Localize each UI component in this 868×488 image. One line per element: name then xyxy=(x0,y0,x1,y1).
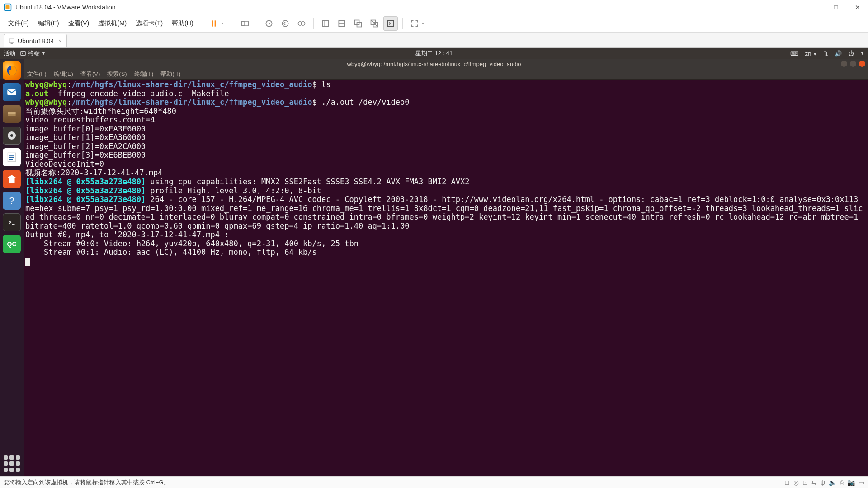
fullscreen-button[interactable] xyxy=(407,16,422,31)
close-tab-button[interactable]: × xyxy=(58,38,62,45)
power-icon[interactable]: ⏻ xyxy=(848,50,854,57)
snapshot-manager-button[interactable] xyxy=(294,16,309,31)
activities-button[interactable]: 活动 xyxy=(4,49,15,57)
cd-icon[interactable]: ◎ xyxy=(793,479,799,486)
svg-rect-25 xyxy=(8,112,15,114)
floppy-icon[interactable]: ⊡ xyxy=(802,479,808,486)
vmware-app-icon xyxy=(4,3,12,11)
chevron-down-icon: ▼ xyxy=(42,51,46,56)
dock-ubuntu-software[interactable] xyxy=(3,170,21,188)
app-menu-terminal[interactable]: 终端 ▼ xyxy=(20,49,46,57)
suspend-button[interactable] xyxy=(207,16,221,31)
terminal-close-button[interactable] xyxy=(859,61,865,67)
view-single-button[interactable] xyxy=(318,16,333,31)
vmware-tabbar: Ubuntu18.04 × xyxy=(0,33,868,48)
vmware-statusbar: 要将输入定向到该虚拟机，请将鼠标指针移入其中或按 Ctrl+G。 ⊟ ◎ ⊡ ⇆… xyxy=(0,476,868,488)
terminal-cursor xyxy=(25,258,30,266)
volume-icon[interactable]: 🔊 xyxy=(835,50,842,57)
menu-tabs[interactable]: 选项卡(T) xyxy=(132,18,166,29)
input-language[interactable]: zh ▼ xyxy=(805,50,817,57)
svg-rect-22 xyxy=(21,51,26,55)
dock-qtcreator[interactable]: QC xyxy=(3,235,21,253)
chevron-down-icon[interactable]: ▼ xyxy=(860,51,864,56)
power-dropdown[interactable]: ▾ xyxy=(221,21,226,26)
dock-files[interactable] xyxy=(3,105,21,123)
dock-thunderbird[interactable] xyxy=(3,83,21,101)
sound-icon[interactable]: 🔈 xyxy=(829,479,836,486)
view-unity-button[interactable] xyxy=(351,16,365,31)
svg-rect-3 xyxy=(214,20,216,26)
monitor-icon xyxy=(9,38,15,44)
terminal-menubar: 文件(F) 编辑(E) 查看(V) 搜索(S) 终端(T) 帮助(H) xyxy=(0,69,868,80)
dock-help[interactable]: ? xyxy=(3,192,21,210)
menu-view[interactable]: 查看(V) xyxy=(65,18,93,29)
vm-tab-ubuntu[interactable]: Ubuntu18.04 × xyxy=(4,34,67,47)
svg-point-28 xyxy=(10,134,13,137)
vm-tab-label: Ubuntu18.04 xyxy=(18,38,54,45)
svg-rect-33 xyxy=(9,178,15,183)
svg-rect-1 xyxy=(6,5,10,9)
send-ctrl-alt-del-button[interactable] xyxy=(238,16,252,31)
term-menu-search[interactable]: 搜索(S) xyxy=(104,70,129,78)
vmware-titlebar: Ubuntu18.04 - VMware Workstation — □ ✕ xyxy=(0,0,868,14)
app-menu-label: 终端 xyxy=(28,49,40,57)
printer-icon[interactable]: ⎙ xyxy=(840,479,844,486)
maximize-button[interactable]: □ xyxy=(829,4,843,11)
term-menu-help[interactable]: 帮助(H) xyxy=(158,70,183,78)
svg-rect-5 xyxy=(241,21,245,26)
window-title: Ubuntu18.04 - VMware Workstation xyxy=(15,4,807,11)
dock-libreoffice-writer[interactable] xyxy=(3,148,21,166)
menu-file[interactable]: 文件(F) xyxy=(5,18,33,29)
svg-rect-26 xyxy=(8,114,15,116)
menu-help[interactable]: 帮助(H) xyxy=(168,18,197,29)
status-device-icons: ⊟ ◎ ⊡ ⇆ ψ 🔈 ⎙ 📷 ▭ xyxy=(784,479,864,486)
svg-point-7 xyxy=(282,20,288,26)
view-split-button[interactable] xyxy=(335,16,349,31)
terminal-title-text: wbyq@wbyq: /mnt/hgfs/linux-share-dir/lin… xyxy=(347,61,521,67)
minimize-button[interactable]: — xyxy=(807,4,821,11)
term-menu-file[interactable]: 文件(F) xyxy=(24,70,49,78)
terminal-minimize-button[interactable] xyxy=(841,61,847,67)
usb-icon[interactable]: ψ xyxy=(821,479,825,486)
network-icon[interactable]: ⇅ xyxy=(823,50,828,57)
terminal-maximize-button[interactable] xyxy=(850,61,856,67)
terminal-output[interactable]: wbyq@wbyq:/mnt/hgfs/linux-share-dir/linu… xyxy=(0,80,868,476)
svg-rect-10 xyxy=(322,20,328,26)
term-menu-view[interactable]: 查看(V) xyxy=(78,70,103,78)
terminal-icon xyxy=(20,50,26,56)
snapshot-button[interactable] xyxy=(262,16,276,31)
dock-rhythmbox[interactable] xyxy=(3,127,21,145)
view-exit-unity-button[interactable] xyxy=(367,16,382,31)
dock-show-apps[interactable] xyxy=(4,455,20,472)
gnome-top-panel: 活动 终端 ▼ 星期二 12 : 41 ⌨ zh ▼ ⇅ 🔊 ⏻ ▼ xyxy=(0,48,868,59)
vmware-menubar: 文件(F) 编辑(E) 查看(V) 虚拟机(M) 选项卡(T) 帮助(H) ▾ … xyxy=(0,14,868,33)
svg-rect-20 xyxy=(9,39,14,42)
menu-vm[interactable]: 虚拟机(M) xyxy=(94,18,130,29)
hdd-icon[interactable]: ⊟ xyxy=(784,479,790,486)
svg-rect-2 xyxy=(212,20,213,26)
svg-line-18 xyxy=(371,20,377,27)
fullscreen-dropdown[interactable]: ▾ xyxy=(422,21,427,26)
display-icon[interactable]: ▭ xyxy=(859,479,864,486)
dock-firefox[interactable] xyxy=(3,61,21,80)
guest-viewport[interactable]: 活动 终端 ▼ 星期二 12 : 41 ⌨ zh ▼ ⇅ 🔊 ⏻ ▼ wbyq@… xyxy=(0,48,868,476)
term-menu-edit[interactable]: 编辑(E) xyxy=(51,70,76,78)
menu-edit[interactable]: 编辑(E) xyxy=(34,18,63,29)
ubuntu-dock: ? QC xyxy=(0,59,24,476)
term-menu-terminal[interactable]: 终端(T) xyxy=(132,70,156,78)
revert-snapshot-button[interactable] xyxy=(278,16,292,31)
close-button[interactable]: ✕ xyxy=(851,4,864,11)
clock[interactable]: 星期二 12 : 41 xyxy=(415,49,453,57)
network-adapter-icon[interactable]: ⇆ xyxy=(811,479,817,486)
camera-icon[interactable]: 📷 xyxy=(847,479,855,486)
status-message: 要将输入定向到该虚拟机，请将鼠标指针移入其中或按 Ctrl+G。 xyxy=(4,479,170,487)
terminal-titlebar: wbyq@wbyq: /mnt/hgfs/linux-share-dir/lin… xyxy=(0,59,868,69)
dock-terminal[interactable] xyxy=(3,213,21,231)
console-view-button[interactable] xyxy=(383,16,398,31)
keyboard-icon[interactable]: ⌨ xyxy=(790,50,799,57)
